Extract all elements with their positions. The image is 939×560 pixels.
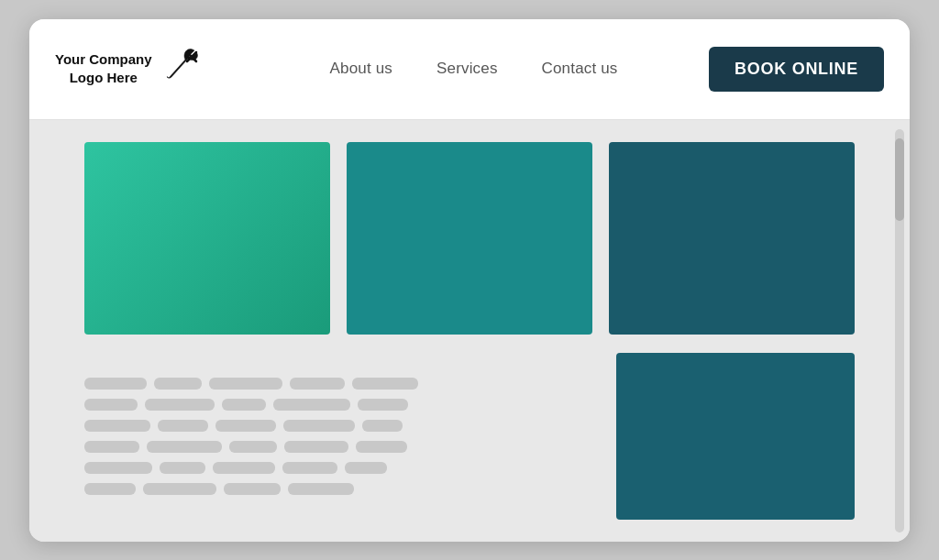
text-chunk xyxy=(209,378,282,390)
image-tile-3 xyxy=(609,142,855,335)
image-tile-1 xyxy=(84,142,330,335)
text-chunk xyxy=(84,483,136,495)
text-placeholder-area xyxy=(84,353,594,520)
text-chunk xyxy=(213,462,275,474)
text-chunk xyxy=(224,483,281,495)
nav-about[interactable]: About us xyxy=(330,60,392,78)
nav-services[interactable]: Services xyxy=(436,60,498,78)
text-line-row-5 xyxy=(84,462,594,474)
text-line-row-4 xyxy=(84,441,594,453)
text-chunk xyxy=(84,399,138,411)
text-chunk xyxy=(84,420,150,432)
bottom-section xyxy=(84,353,855,520)
text-chunk xyxy=(84,441,139,453)
scrollbar[interactable] xyxy=(895,129,904,533)
logo-area: Your Company Logo Here xyxy=(55,45,238,93)
text-chunk xyxy=(215,420,276,432)
tools-icon xyxy=(161,45,202,93)
text-chunk xyxy=(283,420,355,432)
text-chunk xyxy=(143,483,216,495)
text-chunk xyxy=(288,483,354,495)
logo-text: Your Company Logo Here xyxy=(55,50,152,88)
book-online-button[interactable]: BOOK ONLINE xyxy=(709,47,884,92)
text-chunk xyxy=(160,462,205,474)
text-chunk xyxy=(345,462,387,474)
text-chunk xyxy=(273,399,350,411)
text-line-row-1 xyxy=(84,378,594,390)
text-chunk xyxy=(222,399,266,411)
text-chunk xyxy=(147,441,222,453)
tiles-row xyxy=(84,142,855,335)
nav-contact[interactable]: Contact us xyxy=(542,60,618,78)
text-chunk xyxy=(84,462,152,474)
content-area xyxy=(29,120,910,542)
text-chunk xyxy=(158,420,208,432)
text-chunk xyxy=(282,462,337,474)
text-chunk xyxy=(352,378,418,390)
text-chunk xyxy=(229,441,277,453)
text-chunk xyxy=(154,378,202,390)
scrollbar-thumb[interactable] xyxy=(895,138,904,221)
text-chunk xyxy=(356,441,407,453)
nav-links: About us Services Contact us xyxy=(238,60,709,78)
image-tile-2 xyxy=(347,142,592,335)
text-chunk xyxy=(145,399,215,411)
text-chunk xyxy=(362,420,403,432)
content-image-block xyxy=(616,353,855,520)
text-line-row-2 xyxy=(84,399,594,411)
text-line-row-3 xyxy=(84,420,594,432)
navbar: Your Company Logo Here About us Services… xyxy=(29,19,910,120)
browser-window: Your Company Logo Here About us Services… xyxy=(29,19,910,542)
text-chunk xyxy=(284,441,348,453)
text-chunk xyxy=(84,378,147,390)
text-chunk xyxy=(290,378,345,390)
text-chunk xyxy=(358,399,408,411)
text-line-row-6 xyxy=(84,483,594,495)
